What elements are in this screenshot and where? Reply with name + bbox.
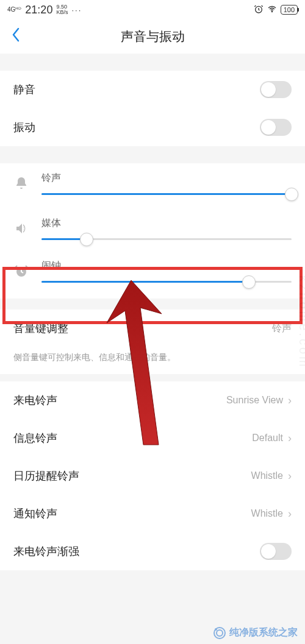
message-ringtone-value: Default [252, 433, 283, 444]
clock-icon [13, 263, 29, 279]
alarm-slider[interactable] [41, 281, 292, 283]
vibrate-label: 振动 [13, 120, 35, 135]
volume-key-row[interactable]: 音量键调整 铃声 [0, 310, 305, 347]
volume-key-section: 音量键调整 铃声 侧音量键可控制来电、信息和通知的音量。 [0, 310, 305, 374]
notify-ringtone-row[interactable]: 通知铃声 Whistle› [0, 495, 305, 533]
ringtone-slider-row: 铃声 [0, 163, 305, 208]
crescendo-label: 来电铃声渐强 [13, 544, 79, 559]
media-slider-label: 媒体 [41, 217, 292, 230]
back-button[interactable] [11, 27, 21, 47]
watermark-logo-icon [214, 627, 226, 639]
alarm-slider-label: 闹钟 [41, 260, 292, 272]
svg-point-1 [271, 11, 272, 12]
crescendo-toggle[interactable] [260, 543, 292, 560]
sliders-section: 铃声 媒体 闹钟 [0, 163, 305, 299]
status-left: 4Gᴴᴰ 21:20 9.50KB/s ··· [7, 4, 82, 16]
volume-key-hint: 侧音量键可控制来电、信息和通知的音量。 [0, 347, 305, 374]
page-header: 声音与振动 [0, 19, 305, 54]
ringtone-slider[interactable] [41, 193, 292, 195]
alarm-icon [254, 4, 264, 16]
incoming-ringtone-row[interactable]: 来电铃声 Sunrise View› [0, 381, 305, 419]
incoming-ringtone-label: 来电铃声 [13, 393, 57, 408]
ringtone-slider-label: 铃声 [41, 172, 292, 185]
chevron-right-icon: › [288, 508, 292, 520]
media-slider-row: 媒体 [0, 208, 305, 251]
speaker-icon [13, 221, 29, 236]
chevron-right-icon: › [288, 470, 292, 483]
mute-row[interactable]: 静音 [0, 71, 305, 108]
volume-key-value: 铃声 [272, 322, 292, 335]
mute-toggle[interactable] [260, 81, 292, 98]
volume-key-label: 音量键调整 [13, 321, 68, 336]
message-ringtone-label: 信息铃声 [13, 431, 57, 445]
notify-ringtone-value: Whistle [251, 508, 283, 519]
watermark-bottom: 纯净版系统之家 [214, 626, 298, 639]
chevron-right-icon: › [288, 432, 292, 445]
page-title: 声音与振动 [121, 28, 185, 45]
calendar-ringtone-value: Whistle [251, 470, 283, 481]
media-slider[interactable] [41, 238, 292, 240]
status-bar: 4Gᴴᴰ 21:20 9.50KB/s ··· 100 [0, 0, 305, 19]
wifi-icon [267, 4, 277, 16]
calendar-ringtone-label: 日历提醒铃声 [13, 469, 79, 483]
battery-icon: 100 [281, 5, 298, 15]
alarm-slider-row: 闹钟 [0, 251, 305, 299]
status-time: 21:20 [25, 4, 52, 16]
vibrate-toggle[interactable] [260, 119, 292, 136]
network-speed: 9.50KB/s [56, 4, 68, 15]
message-ringtone-row[interactable]: 信息铃声 Default› [0, 419, 305, 457]
toggles-section: 静音 振动 [0, 71, 305, 146]
calendar-ringtone-row[interactable]: 日历提醒铃声 Whistle› [0, 457, 305, 495]
chevron-right-icon: › [288, 394, 292, 407]
bell-icon [13, 175, 29, 191]
network-type: 4Gᴴᴰ [7, 7, 21, 13]
crescendo-row[interactable]: 来电铃声渐强 [0, 533, 305, 570]
notify-ringtone-label: 通知铃声 [13, 506, 57, 521]
status-right: 100 [254, 4, 298, 16]
incoming-ringtone-value: Sunrise View [226, 395, 283, 406]
vibrate-row[interactable]: 振动 [0, 108, 305, 146]
more-dots: ··· [71, 5, 82, 15]
watermark-text: 纯净版系统之家 [229, 626, 298, 639]
mute-label: 静音 [13, 82, 35, 97]
ringtones-section: 来电铃声 Sunrise View› 信息铃声 Default› 日历提醒铃声 … [0, 381, 305, 570]
watermark-side: kzhome.com [296, 275, 305, 369]
